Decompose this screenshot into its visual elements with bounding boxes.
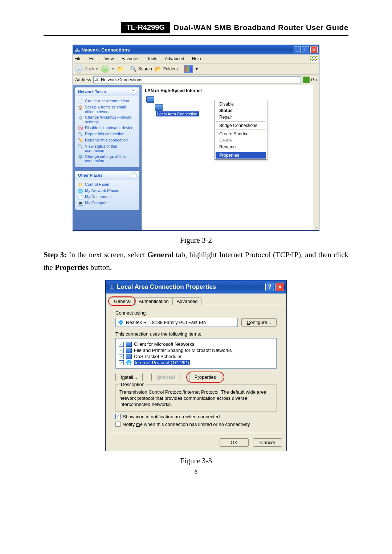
task-disable-device[interactable]: 🚫Disable this network device	[78, 126, 136, 131]
up-folder-icon[interactable]: 📁	[117, 66, 124, 72]
item-file-printer[interactable]: ✓File and Printer Sharing for Microsoft …	[119, 348, 273, 353]
help-button[interactable]: ?	[265, 283, 274, 291]
share-icon	[126, 348, 132, 353]
menu-file[interactable]: File	[74, 56, 81, 61]
dropdown-arrow-icon[interactable]: ˅	[297, 77, 299, 82]
description-heading: Description	[119, 382, 146, 387]
network-connections-window: 🖧 Network Connections _ □ ✕ File Edit Vi…	[73, 45, 319, 231]
tab-general[interactable]: General	[110, 297, 135, 305]
collapse-icon[interactable]: ˆ	[131, 172, 136, 178]
description-text: Transmission Control Protocol/Internet P…	[119, 389, 273, 408]
ctx-status[interactable]: Status	[216, 107, 266, 114]
install-button[interactable]: Install...	[115, 373, 143, 381]
show-icon-checkbox[interactable]: ✓Show icon in notification area when con…	[115, 414, 277, 419]
close-button[interactable]: ✕	[310, 46, 318, 53]
notify-checkbox[interactable]: Notify me when this connection has limit…	[115, 422, 277, 427]
other-my-network[interactable]: 🌐My Network Places	[78, 188, 136, 193]
ok-button[interactable]: OK	[220, 438, 249, 447]
menu-help[interactable]: Help	[192, 56, 201, 61]
adapter-field[interactable]: 💠 Realtek RTL8139 Family PCI Fast Eth	[115, 318, 238, 327]
window-titlebar[interactable]: 🖧 Network Connections _ □ ✕	[73, 45, 319, 54]
menu-advanced[interactable]: Advanced	[165, 56, 184, 61]
description-group: Description Transmission Control Protoco…	[115, 384, 277, 412]
menu-edit[interactable]: Edit	[89, 56, 97, 61]
back-arrow-icon: ←	[75, 65, 83, 73]
other-places-panel: Other Places ˆ 📁Control Panel 🌐My Networ…	[75, 171, 139, 210]
windows-flag-icon	[310, 56, 318, 62]
scroll-up-icon[interactable]: ˆ	[315, 85, 317, 89]
connection-icon[interactable]	[146, 96, 163, 111]
item-client-ms[interactable]: ✓Client for Microsoft Networks	[119, 341, 273, 347]
ctx-properties[interactable]: Properties	[216, 152, 266, 159]
other-my-computer[interactable]: 💻My Computer	[78, 201, 136, 206]
connect-using-label: Connect using:	[115, 310, 277, 316]
task-firewall[interactable]: 🛡️Change Windows Firewall settings	[78, 115, 136, 124]
other-my-documents[interactable]: 📄My Documents	[78, 194, 136, 200]
tab-authentication[interactable]: Authentication	[135, 297, 172, 305]
go-button[interactable]: → Go	[303, 77, 317, 83]
task-status[interactable]: 🔍View status of this connection	[78, 144, 136, 153]
items-label: This connection uses the following items…	[115, 331, 277, 337]
cancel-button[interactable]: Cancel	[253, 438, 282, 447]
general-tab-pane: Connect using: 💠 Realtek RTL8139 Family …	[110, 305, 282, 433]
step-3-instruction: Step 3: In the next screen, select Gener…	[44, 249, 348, 274]
ctx-delete: Delete	[216, 137, 266, 144]
maximize-button[interactable]: □	[302, 46, 309, 53]
collapse-icon[interactable]: ˆ	[131, 89, 136, 95]
network-tasks-panel: Network Tasks ˆ 📄Create a new connection…	[75, 87, 139, 167]
nic-icon: 💠	[118, 320, 124, 325]
ctx-shortcut[interactable]: Create Shortcut	[216, 131, 266, 137]
views-button[interactable]	[184, 65, 193, 73]
menu-bar: File Edit View Favorites Tools Advanced …	[73, 54, 319, 63]
ctx-repair[interactable]: Repair	[216, 114, 266, 120]
item-tcpip[interactable]: ✓🌐Internet Protocol (TCP/IP)	[119, 360, 273, 365]
dialog-title-text: Local Area Connection Properties	[117, 283, 216, 291]
components-listbox[interactable]: ✓Client for Microsoft Networks ✓File and…	[115, 338, 277, 369]
uninstall-button: Uninstall	[151, 373, 180, 381]
task-rename[interactable]: ✏️Rename this connection	[78, 138, 136, 143]
menu-view[interactable]: View	[105, 56, 114, 61]
properties-button[interactable]: Properties	[189, 373, 221, 381]
lac-properties-dialog: ⊥ Local Area Connection Properties ? ✕ G…	[105, 280, 287, 451]
window-title-text: Network Connections	[81, 47, 130, 53]
ctx-disable[interactable]: Disable	[216, 101, 266, 107]
dialog-titlebar[interactable]: ⊥ Local Area Connection Properties ? ✕	[106, 280, 286, 294]
ctx-rename[interactable]: Rename	[216, 144, 266, 150]
page-number: 6	[44, 469, 348, 476]
main-content-area: LAN or High-Speed Internet Local Area Co…	[142, 85, 319, 230]
network-icon: 🖧	[75, 47, 80, 53]
address-bar: Address 🖧 Network Connections ˅ → Go	[73, 75, 319, 85]
figure-caption-1: Figure 3-2	[44, 236, 348, 245]
tab-strip: General Authentication Advanced	[110, 297, 282, 305]
tab-advanced[interactable]: Advanced	[173, 297, 202, 305]
folders-button[interactable]: 📂 Folders	[155, 66, 178, 72]
back-button[interactable]: ← Back ▾	[75, 65, 98, 73]
address-label: Address	[75, 77, 91, 82]
forward-button[interactable]: →	[101, 65, 109, 73]
configure-button[interactable]: Configure...	[241, 318, 277, 327]
search-button[interactable]: 🔍 Search	[130, 66, 152, 72]
figure-caption-2: Figure 3-3	[44, 456, 348, 465]
address-field[interactable]: 🖧 Network Connections ˅	[93, 76, 301, 83]
category-heading: LAN or High-Speed Internet	[145, 88, 316, 93]
scroll-down-icon[interactable]: ˅	[315, 226, 317, 230]
task-repair[interactable]: 🔧Repair this connection	[78, 132, 136, 137]
toolbar: ← Back ▾ → ▾ 📁 🔍 Search 📂 Folders ▾	[73, 63, 319, 75]
context-menu: Disable Status Repair Bridge Connections…	[215, 100, 267, 160]
item-qos[interactable]: ✓QoS Packet Scheduler	[119, 354, 273, 359]
connection-label[interactable]: Local Area Connection	[156, 111, 199, 116]
vertical-scrollbar[interactable]: ˆ ˅	[313, 85, 319, 230]
task-change-settings[interactable]: ⚙️Change settings of this connection	[78, 154, 136, 163]
connection-icon: ⊥	[109, 283, 115, 291]
doc-title: Dual-WAN SMB Broadband Router User Guide	[173, 22, 348, 33]
task-setup-network[interactable]: 🏠Set up a home or small office network	[78, 105, 136, 114]
menu-favorites[interactable]: Favorites	[122, 56, 139, 61]
network-tasks-heading: Network Tasks	[78, 90, 106, 94]
close-button[interactable]: ✕	[275, 283, 284, 291]
minimize-button[interactable]: _	[294, 46, 301, 53]
document-header: TL-R4299G Dual-WAN SMB Broadband Router …	[44, 22, 348, 36]
task-create-connection[interactable]: 📄Create a new connection	[78, 99, 136, 104]
other-control-panel[interactable]: 📁Control Panel	[78, 182, 136, 187]
menu-tools[interactable]: Tools	[147, 56, 157, 61]
ctx-bridge[interactable]: Bridge Connections	[216, 122, 266, 129]
